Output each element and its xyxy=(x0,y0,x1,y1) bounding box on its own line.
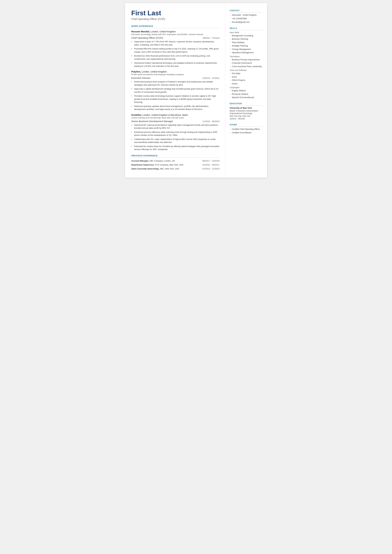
contact-section: CONTACT Newcastle , United Kingdom +44 1… xyxy=(230,9,263,24)
employer-1-loc: London, United Kingdom xyxy=(150,30,176,33)
job-2-bullets: Performed business-level analysis of Pol… xyxy=(131,80,220,111)
edu-field-0: Organizational Psychology xyxy=(230,112,263,115)
prev-job-3-bold: Sales Associate (Internship), xyxy=(131,168,159,170)
skill-hard-2: Team Building xyxy=(230,41,263,44)
job-3: Growthsi, London, United Kingdom & Barce… xyxy=(131,114,220,151)
skill-hard-4: Change Management xyxy=(230,48,263,51)
contact-phone: +44 1234567890 xyxy=(230,17,263,20)
bullet-item: Supervised a team of 7 VPs from HR, fina… xyxy=(131,40,220,46)
job-3-dates: 11/2018 – 09/2019 xyxy=(202,120,219,123)
previous-jobs-list: Account Manager, ABC Company, London, UK… xyxy=(131,160,220,170)
other-label: OTHER xyxy=(230,124,263,127)
job-2-header: Executive Director 10/2019 – 07/2021 xyxy=(131,77,220,79)
skill-tool-3: Asana xyxy=(230,83,263,85)
prev-job-3: Sales Associate (Internship), ABC, New Y… xyxy=(131,167,220,170)
edu-dates-0: 10/2011 - 06/2014 xyxy=(230,118,263,120)
prev-job-2-dates: 01/2016 – 05/2017 xyxy=(202,163,219,166)
contact-email: first.last@gmail.com xyxy=(230,21,263,24)
bullet-item: Delivered quarterly updates about fiscal… xyxy=(131,105,220,111)
prev-job-3-rest: ABC, New York, USA xyxy=(159,168,179,170)
job-3-header: Senior Business Development Manager 11/2… xyxy=(131,120,220,123)
skill-tech-2: Cross-functional Team Leadership xyxy=(230,65,263,68)
prev-job-2-bold: Department Supervisor, xyxy=(131,164,154,166)
skills-label: SKILLS xyxy=(230,27,263,30)
left-column: First Last Chief Operating Officer (COO)… xyxy=(125,3,225,178)
skill-tool-1: Zoom xyxy=(230,76,263,78)
skill-lang-0: English (Native) xyxy=(230,89,263,92)
employer-2-desc: NYSE-listed recruitment and employer bra… xyxy=(131,73,220,76)
bullet-item: Enhanced process efficiency while reduci… xyxy=(131,131,220,137)
job-1-bullets: Supervised a team of 7 VPs from HR, fina… xyxy=(131,40,220,68)
techniques-label: Techniques: xyxy=(230,56,263,58)
employer-3-loc: London, United Kingdom & Barcelona, Spai… xyxy=(142,114,188,116)
employer-3-line: Growthsi, London, United Kingdom & Barce… xyxy=(131,114,220,116)
education-section: EDUCATION University of New York Master … xyxy=(230,103,263,120)
skill-tech-1: Corporate Governance xyxy=(230,62,263,65)
contact-label: CONTACT xyxy=(230,9,263,13)
prev-job-1: Account Manager, ABC Company, London, UK… xyxy=(131,160,220,162)
employer-1-line: Resume Worded, London, United Kingdom xyxy=(131,30,220,33)
previous-experience-section: PREVIOUS EXPERIENCE Account Manager, ABC… xyxy=(131,154,220,170)
edu-entry-0: University of New York Master of Busines… xyxy=(230,107,263,120)
employer-3-name: Growthsi, xyxy=(131,114,142,116)
previous-experience-label: PREVIOUS EXPERIENCE xyxy=(131,154,220,158)
header-section: First Last Chief Operating Officer (COO) xyxy=(131,9,220,21)
bullet-item: Collaborated with 20+ major stakeholders… xyxy=(131,138,220,144)
edu-school-0: University of New York xyxy=(230,107,263,109)
bullet-item: Provided country-wide technology busines… xyxy=(131,94,220,104)
skill-lang-2: Spanish (Conversational) xyxy=(230,96,263,99)
job-1: Resume Worded, London, United Kingdom Ed… xyxy=(131,30,220,68)
job-1-header: Chief Operating Officer (COO) 08/2021 – … xyxy=(131,36,220,39)
other-section: OTHER Certified Chief Operating Officer … xyxy=(230,124,263,134)
edu-degree-0: Master of Business Administration xyxy=(230,110,263,112)
tools-label: Tools and Software: xyxy=(230,69,263,71)
job-1-title: Chief Operating Officer (COO) xyxy=(131,36,163,39)
bullet-item: Delivered 60+ internal presentations reg… xyxy=(131,124,220,130)
prev-job-2-rest: XYZ Company, New York, USA xyxy=(154,164,183,166)
job-2-title: Executive Director xyxy=(131,77,151,79)
prev-job-3-dates: 07/2014 – 12/2015 xyxy=(202,167,219,170)
employer-3-desc: Career training and membership SaaS with… xyxy=(131,117,220,119)
employer-2-name: Polyhire, xyxy=(131,70,141,73)
prev-job-2: Department Supervisor, XYZ Company, New … xyxy=(131,163,220,166)
skill-hard-5: Operations Management xyxy=(230,51,263,54)
prev-job-1-bold: Account Manager, xyxy=(131,160,149,162)
bullet-item: Introduced modern operational techniques… xyxy=(131,61,220,68)
employer-2-line: Polyhire, London, United Kingdom xyxy=(131,70,220,73)
candidate-title: Chief Operating Officer (COO) xyxy=(131,18,220,21)
work-experience-section: WORK EXPERIENCE Resume Worded, London, U… xyxy=(131,25,220,151)
education-label: EDUCATION xyxy=(230,103,263,105)
bullet-item: Approved a capital development strategy … xyxy=(131,87,220,93)
work-experience-label: WORK EXPERIENCE xyxy=(131,25,220,28)
skill-hard-1: Business Planning xyxy=(230,38,263,41)
contact-location: Newcastle , United Kingdom xyxy=(230,14,263,17)
bullet-item: Extended the market share for Growthsi b… xyxy=(131,145,220,151)
skill-hard-0: Management Consulting xyxy=(230,35,263,37)
skill-tool-2: ZOHO Projects xyxy=(230,79,263,82)
other-0: Certified Chief Operating Officer xyxy=(230,128,263,131)
skill-hard-3: Strategic Planning xyxy=(230,44,263,47)
languages-label: Languages: xyxy=(230,86,263,89)
skill-lang-1: Romanian (Native) xyxy=(230,93,263,96)
bullet-item: Performed business-level analysis of Pol… xyxy=(131,80,220,86)
prev-job-1-left: Account Manager, ABC Company, London, UK xyxy=(131,160,203,162)
resume-container: First Last Chief Operating Officer (COO)… xyxy=(125,3,267,178)
job-1-dates: 08/2021 – Present xyxy=(203,37,219,39)
prev-job-1-rest: ABC Company, London, UK xyxy=(149,160,175,162)
skill-tech-0: Business Process Improvement xyxy=(230,58,263,61)
prev-job-2-left: Department Supervisor, XYZ Company, New … xyxy=(131,163,203,166)
candidate-name: First Last xyxy=(131,9,220,17)
right-column: CONTACT Newcastle , United Kingdom +44 1… xyxy=(225,3,267,178)
job-3-title: Senior Business Development Manager xyxy=(131,120,173,123)
prev-job-3-left: Sales Associate (Internship), ABC, New Y… xyxy=(131,167,203,170)
prev-job-1-dates: 06/2017 – 10/2018 xyxy=(202,160,219,162)
skills-section: SKILLS Hard Skills: Management Consultin… xyxy=(230,27,263,99)
employer-1-name: Resume Worded, xyxy=(131,30,150,33)
skill-tool-0: DocuSign xyxy=(230,72,263,75)
hard-skills-label: Hard Skills: xyxy=(230,31,263,34)
job-2: Polyhire, London, United Kingdom NYSE-li… xyxy=(131,70,220,111)
job-2-dates: 10/2019 – 07/2021 xyxy=(202,77,219,79)
job-3-bullets: Delivered 60+ internal presentations reg… xyxy=(131,124,220,151)
employer-1-desc: Education technology startup with 50+ em… xyxy=(131,33,220,35)
other-1: Certified ScrumMaster xyxy=(230,131,263,134)
